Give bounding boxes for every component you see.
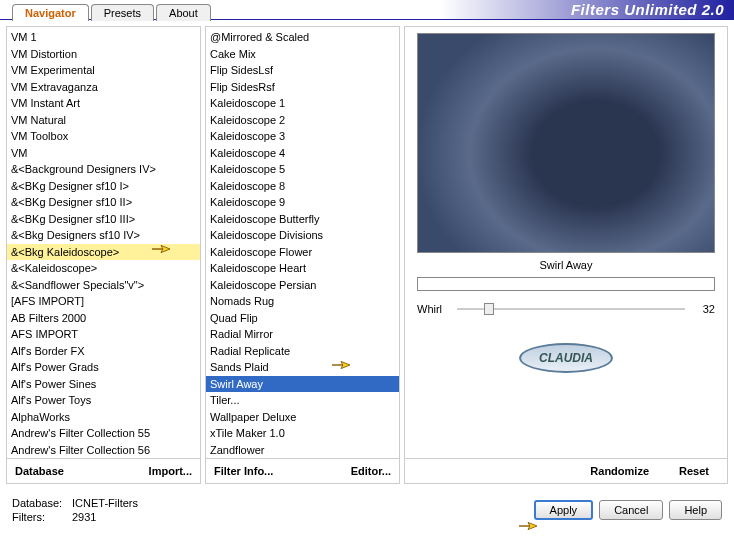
list-item[interactable]: Kaleidoscope 5	[206, 161, 399, 178]
list-item[interactable]: Wallpaper Deluxe	[206, 409, 399, 426]
progress-bar	[417, 277, 715, 291]
list-item[interactable]: Zandflower	[206, 442, 399, 459]
list-item[interactable]: &<Sandflower Specials"v">	[7, 277, 200, 294]
claudia-logo: CLAUDIA	[519, 343, 613, 373]
category-list[interactable]: VM 1VM DistortionVM ExperimentalVM Extra…	[7, 27, 200, 458]
list-item[interactable]: @Mirrored & Scaled	[206, 29, 399, 46]
list-item[interactable]: Kaleidoscope 1	[206, 95, 399, 112]
list-item[interactable]: &<Background Designers IV>	[7, 161, 200, 178]
category-column: VM 1VM DistortionVM ExperimentalVM Extra…	[6, 26, 201, 484]
list-item[interactable]: &<BKg Designer sf10 III>	[7, 211, 200, 228]
slider-value: 32	[685, 303, 715, 315]
list-item[interactable]: Radial Replicate	[206, 343, 399, 360]
category-footer: Database Import...	[7, 458, 200, 483]
main-area: VM 1VM DistortionVM ExperimentalVM Extra…	[0, 20, 734, 490]
status-db-value: ICNET-Filters	[72, 496, 138, 510]
list-item[interactable]: Alf's Power Toys	[7, 392, 200, 409]
slider-thumb[interactable]	[484, 303, 494, 315]
preview-title: Swirl Away	[405, 259, 727, 271]
list-item[interactable]: &<BKg Designer sf10 I>	[7, 178, 200, 195]
preview-footer: Randomize Reset	[405, 458, 727, 483]
list-item[interactable]: VM Instant Art	[7, 95, 200, 112]
slider-label: Whirl	[417, 303, 457, 315]
list-item[interactable]: Flip SidesRsf	[206, 79, 399, 96]
list-item[interactable]: Kaleidoscope 2	[206, 112, 399, 129]
button-bar: Apply Cancel Help	[534, 500, 722, 520]
list-item[interactable]: Kaleidoscope 8	[206, 178, 399, 195]
list-item[interactable]: Kaleidoscope 4	[206, 145, 399, 162]
import-link[interactable]: Import...	[149, 465, 192, 477]
list-item[interactable]: VM Toolbox	[7, 128, 200, 145]
list-item[interactable]: Alf's Power Grads	[7, 359, 200, 376]
app-title: Filters Unlimited 2.0	[571, 1, 724, 18]
list-item[interactable]: AB Filters 2000	[7, 310, 200, 327]
list-item[interactable]: Sands Plaid	[206, 359, 399, 376]
list-item[interactable]: VM 1	[7, 29, 200, 46]
randomize-link[interactable]: Randomize	[590, 465, 649, 477]
logo-area: CLAUDIA	[405, 343, 727, 373]
list-item[interactable]: Kaleidoscope Persian	[206, 277, 399, 294]
list-item[interactable]: &<BKg Designer sf10 II>	[7, 194, 200, 211]
list-item[interactable]: &<Kaleidoscope>	[7, 260, 200, 277]
list-item[interactable]: Kaleidoscope 3	[206, 128, 399, 145]
header: Navigator Presets About Filters Unlimite…	[0, 0, 734, 20]
list-item[interactable]: Cake Mix	[206, 46, 399, 63]
filter-list[interactable]: @Mirrored & ScaledCake MixFlip SidesLsfF…	[206, 27, 399, 458]
list-item[interactable]: AFS IMPORT	[7, 326, 200, 343]
bottom-bar: Database: ICNET-Filters Filters: 2931 Ap…	[0, 490, 734, 530]
list-item[interactable]: Kaleidoscope Heart	[206, 260, 399, 277]
list-item[interactable]: VM	[7, 145, 200, 162]
filter-column: @Mirrored & ScaledCake MixFlip SidesLsfF…	[205, 26, 400, 484]
list-item[interactable]: AlphaWorks	[7, 409, 200, 426]
list-item[interactable]: VM Experimental	[7, 62, 200, 79]
tab-about[interactable]: About	[156, 4, 211, 21]
list-item[interactable]: Kaleidoscope Flower	[206, 244, 399, 261]
status-text: Database: ICNET-Filters Filters: 2931	[12, 496, 138, 524]
filter-footer: Filter Info... Editor...	[206, 458, 399, 483]
list-item[interactable]: VM Natural	[7, 112, 200, 129]
list-item[interactable]: Kaleidoscope 9	[206, 194, 399, 211]
list-item[interactable]: VM Distortion	[7, 46, 200, 63]
status-filters-value: 2931	[72, 510, 96, 524]
list-item[interactable]: &<Bkg Designers sf10 IV>	[7, 227, 200, 244]
list-item[interactable]: [AFS IMPORT]	[7, 293, 200, 310]
list-item[interactable]: Quad Flip	[206, 310, 399, 327]
list-item[interactable]: &<Bkg Kaleidoscope>	[7, 244, 200, 261]
list-item[interactable]: VM Extravaganza	[7, 79, 200, 96]
list-item[interactable]: Radial Mirror	[206, 326, 399, 343]
database-link[interactable]: Database	[15, 465, 64, 477]
status-db-label: Database:	[12, 496, 72, 510]
whirl-slider-row: Whirl 32	[417, 303, 715, 315]
help-button[interactable]: Help	[669, 500, 722, 520]
status-filters-label: Filters:	[12, 510, 72, 524]
list-item[interactable]: xTile Maker 1.0	[206, 425, 399, 442]
reset-link[interactable]: Reset	[679, 465, 709, 477]
apply-button[interactable]: Apply	[534, 500, 594, 520]
list-item[interactable]: Kaleidoscope Divisions	[206, 227, 399, 244]
preview-image	[417, 33, 715, 253]
tab-presets[interactable]: Presets	[91, 4, 154, 21]
editor-link[interactable]: Editor...	[351, 465, 391, 477]
list-item[interactable]: Tiler...	[206, 392, 399, 409]
tab-navigator[interactable]: Navigator	[12, 4, 89, 21]
whirl-slider[interactable]	[457, 308, 685, 310]
list-item[interactable]: Andrew's Filter Collection 56	[7, 442, 200, 459]
list-item[interactable]: Flip SidesLsf	[206, 62, 399, 79]
list-item[interactable]: Alf's Power Sines	[7, 376, 200, 393]
list-item[interactable]: Kaleidoscope Butterfly	[206, 211, 399, 228]
tab-bar: Navigator Presets About	[12, 4, 213, 21]
list-item[interactable]: Nomads Rug	[206, 293, 399, 310]
preview-column: Swirl Away Whirl 32 CLAUDIA Randomize Re…	[404, 26, 728, 484]
list-item[interactable]: Andrew's Filter Collection 55	[7, 425, 200, 442]
list-item[interactable]: Alf's Border FX	[7, 343, 200, 360]
cancel-button[interactable]: Cancel	[599, 500, 663, 520]
list-item[interactable]: Swirl Away	[206, 376, 399, 393]
filter-info-link[interactable]: Filter Info...	[214, 465, 273, 477]
